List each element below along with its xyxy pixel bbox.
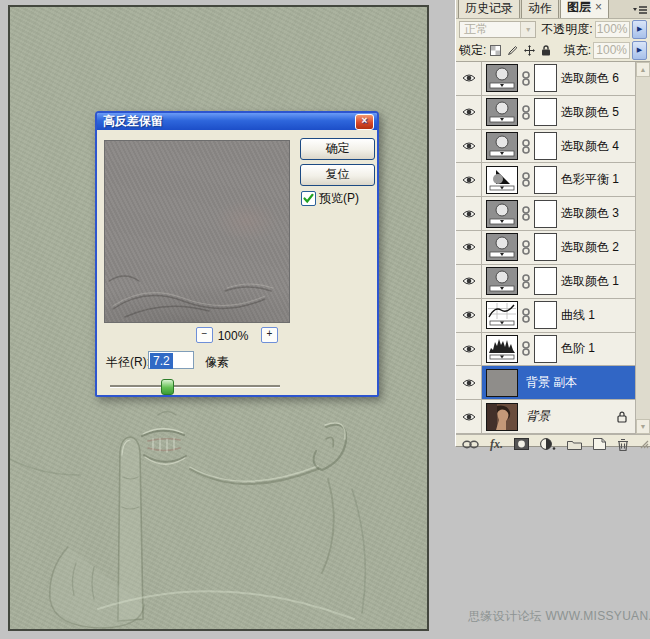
layer-row[interactable]: 选取颜色 5 [456, 96, 635, 130]
visibility-eye-icon[interactable] [456, 400, 482, 433]
ok-button[interactable]: 确定 [300, 138, 375, 160]
chevron-down-icon: ▼ [520, 22, 535, 37]
layer-row[interactable]: 色阶 1 [456, 333, 635, 367]
new-group-icon[interactable] [567, 439, 582, 450]
mask-link-icon[interactable] [522, 341, 530, 356]
mask-link-icon[interactable] [522, 240, 530, 255]
visibility-eye-icon[interactable] [456, 197, 482, 230]
visibility-eye-icon[interactable] [456, 366, 482, 399]
visibility-eye-icon[interactable] [456, 96, 482, 129]
adjustment-thumbnail-selective-color[interactable] [486, 64, 518, 92]
opacity-value[interactable]: 100% [595, 21, 631, 38]
layer-mask-thumbnail[interactable] [534, 98, 557, 126]
link-layers-icon[interactable] [462, 440, 479, 449]
layer-row[interactable]: 选取颜色 6 [456, 62, 635, 96]
layer-name[interactable]: 背景 副本 [526, 374, 577, 391]
layer-row[interactable]: 选取颜色 2 [456, 231, 635, 265]
adjustment-thumbnail-selective-color[interactable] [486, 98, 518, 126]
lock-all-padlock-icon[interactable] [541, 45, 551, 56]
panel-resize-grip[interactable] [640, 440, 649, 449]
layer-mask-thumbnail[interactable] [534, 64, 557, 92]
preview-checkbox-label[interactable]: 预览(P) [319, 190, 359, 207]
delete-layer-icon[interactable] [617, 438, 629, 451]
scroll-up-icon[interactable]: ▲ [636, 62, 650, 77]
visibility-eye-icon[interactable] [456, 299, 482, 332]
adjustment-thumbnail-selective-color[interactable] [486, 233, 518, 261]
fill-value[interactable]: 100% [593, 42, 630, 59]
close-icon[interactable]: × [355, 114, 374, 130]
visibility-eye-icon[interactable] [456, 62, 482, 95]
fill-arrow-button[interactable]: ▶ [632, 41, 647, 60]
layer-name[interactable]: 曲线 1 [561, 307, 595, 324]
mask-link-icon[interactable] [522, 206, 530, 221]
layer-mask-thumbnail[interactable] [534, 267, 557, 295]
layer-mask-thumbnail[interactable] [534, 233, 557, 261]
mask-link-icon[interactable] [522, 105, 530, 120]
layer-mask-thumbnail[interactable] [534, 301, 557, 329]
layer-row-background[interactable]: 背景 [456, 400, 635, 434]
adjustment-thumbnail-selective-color[interactable] [486, 200, 518, 228]
visibility-eye-icon[interactable] [456, 231, 482, 264]
mask-link-icon[interactable] [522, 71, 530, 86]
visibility-eye-icon[interactable] [456, 163, 482, 196]
layer-thumbnail-gray[interactable] [486, 369, 518, 397]
lock-transparency-icon[interactable] [490, 45, 501, 56]
layer-row[interactable]: 曲线 1 [456, 299, 635, 333]
mask-link-icon[interactable] [522, 139, 530, 154]
layer-name[interactable]: 选取颜色 5 [561, 104, 619, 121]
layer-row[interactable]: 选取颜色 4 [456, 130, 635, 164]
filter-preview[interactable] [104, 140, 290, 323]
layer-name[interactable]: 色彩平衡 1 [561, 171, 619, 188]
radius-input[interactable]: 7.2 [148, 351, 194, 369]
layer-name[interactable]: 背景 [526, 408, 550, 425]
layers-scrollbar[interactable]: ▲ ▼ [635, 62, 650, 434]
opacity-arrow-button[interactable]: ▶ [632, 20, 647, 39]
preview-checkbox[interactable] [301, 191, 316, 206]
layer-name[interactable]: 选取颜色 3 [561, 205, 619, 222]
add-mask-icon[interactable] [514, 438, 529, 450]
layer-row[interactable]: 选取颜色 3 [456, 197, 635, 231]
tab-layers[interactable]: 图层× [560, 0, 609, 18]
adjustment-thumbnail-levels[interactable] [486, 335, 518, 363]
mask-link-icon[interactable] [522, 274, 530, 289]
layer-row[interactable]: 选取颜色 1 [456, 265, 635, 299]
mask-link-icon[interactable] [522, 308, 530, 323]
layer-mask-thumbnail[interactable] [534, 132, 557, 160]
mask-link-icon[interactable] [522, 172, 530, 187]
adjustment-thumbnail-color-balance[interactable] [486, 166, 518, 194]
tab-close-icon[interactable]: × [595, 0, 602, 14]
slider-thumb[interactable] [161, 379, 174, 395]
slider-track[interactable] [110, 385, 280, 388]
visibility-eye-icon[interactable] [456, 333, 482, 366]
scroll-down-icon[interactable]: ▼ [636, 419, 650, 434]
reset-button[interactable]: 复位 [300, 164, 375, 186]
adjustment-thumbnail-curves[interactable] [486, 301, 518, 329]
zoom-in-button[interactable]: + [261, 327, 278, 343]
layer-name[interactable]: 选取颜色 6 [561, 70, 619, 87]
layer-style-icon[interactable]: fx. [490, 437, 503, 452]
lock-pixels-brush-icon[interactable] [507, 45, 518, 56]
dialog-titlebar[interactable]: 高反差保留 × [97, 113, 377, 130]
layer-row-selected[interactable]: 背景 副本 [456, 366, 635, 400]
adjustment-layer-icon[interactable] [540, 438, 556, 450]
new-layer-icon[interactable] [593, 438, 606, 450]
blend-mode-select[interactable]: 正常 ▼ [459, 21, 536, 38]
layer-name[interactable]: 选取颜色 4 [561, 138, 619, 155]
panel-menu-icon[interactable] [633, 6, 647, 16]
layer-thumbnail-photo[interactable] [486, 403, 518, 431]
lock-position-move-icon[interactable] [524, 45, 535, 56]
layer-mask-thumbnail[interactable] [534, 166, 557, 194]
layer-name[interactable]: 选取颜色 1 [561, 273, 619, 290]
layer-name[interactable]: 色阶 1 [561, 340, 595, 357]
adjustment-thumbnail-selective-color[interactable] [486, 132, 518, 160]
adjustment-thumbnail-selective-color[interactable] [486, 267, 518, 295]
tab-history[interactable]: 历史记录 [458, 0, 520, 18]
layer-mask-thumbnail[interactable] [534, 200, 557, 228]
layer-name[interactable]: 选取颜色 2 [561, 239, 619, 256]
tab-actions[interactable]: 动作 [521, 0, 559, 18]
visibility-eye-icon[interactable] [456, 265, 482, 298]
radius-slider[interactable] [110, 378, 280, 394]
layer-row[interactable]: 色彩平衡 1 [456, 163, 635, 197]
layer-mask-thumbnail[interactable] [534, 335, 557, 363]
visibility-eye-icon[interactable] [456, 130, 482, 163]
